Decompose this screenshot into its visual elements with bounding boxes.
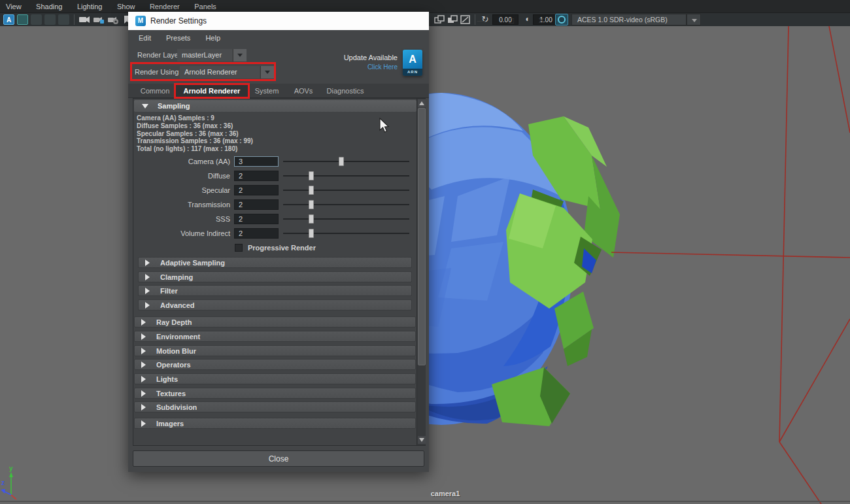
arnold-tab-highlight-box — [174, 83, 250, 99]
shaded-icon[interactable] — [44, 14, 56, 25]
specular-slider-row: Specular 2 — [133, 185, 415, 195]
tab-common[interactable]: Common — [136, 84, 174, 98]
camera-lock-icon[interactable] — [93, 14, 105, 25]
scrollbar-thumb[interactable] — [418, 108, 426, 365]
volume-indirect-input[interactable]: 2 — [234, 228, 279, 239]
progressive-render-row: Progressive Render — [133, 243, 415, 253]
slider-handle[interactable] — [309, 229, 314, 238]
axis-indicator: y z — [1, 465, 16, 499]
maximize-button[interactable]: □ — [499, 12, 524, 30]
chevron-down-icon — [237, 54, 243, 57]
window-title: Render Settings — [150, 16, 207, 25]
stat-line: Total (no lights) : 117 (max : 180) — [137, 145, 253, 153]
transmission-slider[interactable] — [283, 204, 409, 205]
duplicate-layer-icon[interactable] — [434, 14, 445, 25]
slider-handle[interactable] — [309, 186, 314, 195]
section-operators[interactable]: Operators — [134, 359, 416, 370]
section-motion-blur[interactable]: Motion Blur — [134, 345, 416, 356]
section-advanced[interactable]: Advanced — [138, 299, 412, 311]
scroll-down-arrow-icon[interactable] — [418, 436, 426, 444]
render-layer-dropdown[interactable]: masterLayer — [177, 49, 232, 61]
sss-slider[interactable] — [283, 218, 409, 220]
camera-frustum-lines — [611, 26, 850, 504]
section-textures[interactable]: Textures — [134, 388, 416, 399]
menu-show[interactable]: Show — [111, 1, 141, 10]
expand-arrow-icon — [145, 288, 150, 294]
settings-tabbar: Common Arnold Renderer System AOVs Diagn… — [128, 84, 429, 98]
maya-application: y z camera1 View Shading Lighting Show R… — [0, 0, 850, 504]
slider-handle[interactable] — [309, 171, 314, 180]
settings-scroll-area: Sampling Camera (AA) Samples : 9 Diffuse… — [133, 98, 426, 446]
camera-icon[interactable] — [78, 14, 90, 25]
expand-arrow-icon — [141, 420, 146, 427]
section-lights[interactable]: Lights — [134, 373, 416, 384]
menu-view[interactable]: View — [0, 1, 27, 10]
textured-icon[interactable] — [58, 14, 69, 25]
section-adaptive-sampling[interactable]: Adaptive Sampling — [138, 257, 412, 268]
render-layer-dropdown-arrow[interactable] — [233, 49, 246, 61]
progressive-render-checkbox[interactable] — [235, 244, 243, 252]
specular-slider[interactable] — [283, 190, 409, 191]
section-subdivision[interactable]: Subdivision — [134, 401, 416, 412]
axis-z-label: z — [1, 479, 5, 486]
view-transform-dropdown-arrow[interactable] — [687, 14, 701, 25]
expand-arrow-icon — [145, 260, 150, 266]
slider-handle[interactable] — [339, 157, 344, 166]
close-window-button[interactable]: ✕ — [529, 12, 554, 30]
wireframe-icon[interactable] — [31, 14, 42, 25]
scroll-up-arrow-icon[interactable] — [418, 99, 426, 107]
section-clamping[interactable]: Clamping — [138, 271, 412, 282]
stat-line: Diffuse Samples : 36 (max : 36) — [137, 122, 253, 130]
sss-input[interactable]: 2 — [234, 214, 279, 224]
toolbar-separator — [74, 14, 75, 25]
menu-shading[interactable]: Shading — [30, 1, 68, 10]
diffuse-slider[interactable] — [283, 175, 409, 176]
camera-aa-slider[interactable] — [283, 161, 409, 162]
camera-aa-input[interactable]: 3 — [234, 156, 279, 167]
vertical-scrollbar[interactable] — [416, 99, 426, 445]
minimize-button[interactable]: — — [469, 12, 494, 30]
arnold-logo-icon[interactable]: A ARN — [403, 50, 422, 76]
transmission-slider-row: Transmission 2 — [133, 199, 415, 210]
menu-help[interactable]: Help — [199, 30, 227, 42]
specular-input[interactable]: 2 — [234, 185, 279, 195]
update-click-here-link[interactable]: Click Here — [332, 63, 398, 71]
menu-presets[interactable]: Presets — [160, 30, 197, 42]
expand-arrow-icon — [141, 361, 146, 368]
expand-arrow-icon — [141, 348, 146, 354]
window-titlebar[interactable]: M Render Settings — □ ✕ — [128, 12, 429, 30]
menu-lighting[interactable]: Lighting — [71, 1, 109, 10]
tab-aovs[interactable]: AOVs — [292, 84, 315, 98]
tab-system[interactable]: System — [254, 84, 280, 98]
menu-edit[interactable]: Edit — [132, 30, 158, 42]
transmission-input[interactable]: 2 — [234, 199, 279, 210]
menu-panels[interactable]: Panels — [188, 1, 222, 10]
menu-renderer[interactable]: Renderer — [144, 1, 186, 10]
section-environment[interactable]: Environment — [134, 331, 416, 342]
slider-handle[interactable] — [309, 200, 314, 209]
window-menubar: Edit Presets Help — [128, 30, 429, 46]
section-filter[interactable]: Filter — [138, 285, 412, 296]
camera-name-label: camera1 — [399, 490, 492, 497]
view-transform-dropdown[interactable]: ACES 1.0 SDR-video (sRGB) — [571, 14, 687, 25]
color-management-icon[interactable] — [555, 14, 568, 25]
axis-y-label: y — [9, 465, 13, 472]
expand-arrow-icon — [145, 274, 150, 280]
isolate-select-icon[interactable] — [17, 14, 28, 25]
close-button[interactable]: Close — [133, 450, 424, 467]
layer-stack-icon[interactable] — [447, 14, 458, 25]
arnold-render-view-icon[interactable]: A — [3, 14, 14, 25]
camera-attributes-icon[interactable] — [107, 14, 119, 25]
volume-indirect-slider[interactable] — [283, 233, 409, 234]
chevron-down-icon — [692, 19, 697, 22]
section-imagers[interactable]: Imagers — [134, 418, 416, 429]
sampling-section-header[interactable]: Sampling — [134, 100, 416, 112]
section-ray-depth[interactable]: Ray Depth — [134, 316, 416, 328]
tab-diagnostics[interactable]: Diagnostics — [324, 84, 366, 98]
expand-arrow-icon — [141, 333, 146, 340]
render-using-highlight-box — [130, 62, 276, 81]
render-settings-window: M Render Settings — □ ✕ Edit Presets Hel… — [128, 12, 429, 472]
update-available-text: Update Available — [332, 54, 398, 61]
slider-handle[interactable] — [309, 214, 314, 224]
diffuse-input[interactable]: 2 — [234, 171, 279, 181]
